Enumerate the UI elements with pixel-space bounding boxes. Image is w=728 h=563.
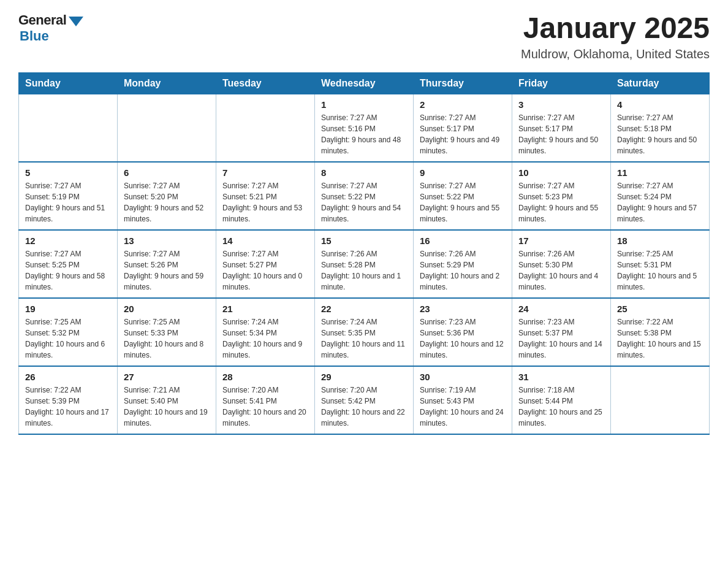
calendar-cell: 29Sunrise: 7:20 AM Sunset: 5:42 PM Dayli… [315, 366, 414, 434]
logo-triangle-icon [69, 17, 83, 26]
day-info: Sunrise: 7:27 AM Sunset: 5:27 PM Dayligh… [222, 248, 308, 293]
calendar-cell: 9Sunrise: 7:27 AM Sunset: 5:22 PM Daylig… [414, 162, 512, 230]
calendar-cell: 28Sunrise: 7:20 AM Sunset: 5:41 PM Dayli… [216, 366, 315, 434]
day-number: 14 [222, 236, 308, 246]
calendar-cell: 8Sunrise: 7:27 AM Sunset: 5:22 PM Daylig… [315, 162, 414, 230]
day-of-week-header: Sunday [19, 72, 118, 94]
calendar-week-row: 5Sunrise: 7:27 AM Sunset: 5:19 PM Daylig… [19, 162, 710, 230]
day-info: Sunrise: 7:21 AM Sunset: 5:40 PM Dayligh… [124, 385, 210, 429]
day-info: Sunrise: 7:24 AM Sunset: 5:34 PM Dayligh… [222, 316, 308, 361]
day-info: Sunrise: 7:27 AM Sunset: 5:22 PM Dayligh… [321, 180, 407, 224]
day-number: 22 [321, 304, 407, 314]
calendar-cell: 4Sunrise: 7:27 AM Sunset: 5:18 PM Daylig… [611, 94, 710, 162]
day-number: 9 [420, 167, 506, 178]
calendar-cell: 23Sunrise: 7:23 AM Sunset: 5:36 PM Dayli… [414, 298, 512, 366]
day-number: 5 [25, 167, 111, 178]
day-number: 25 [617, 304, 703, 314]
day-number: 30 [420, 372, 506, 382]
day-number: 29 [321, 372, 407, 382]
day-number: 4 [617, 99, 703, 110]
day-number: 2 [420, 99, 506, 110]
day-number: 19 [25, 304, 111, 314]
calendar-week-row: 1Sunrise: 7:27 AM Sunset: 5:16 PM Daylig… [19, 94, 710, 162]
day-info: Sunrise: 7:27 AM Sunset: 5:18 PM Dayligh… [617, 112, 703, 156]
calendar-cell: 13Sunrise: 7:27 AM Sunset: 5:26 PM Dayli… [118, 230, 216, 298]
calendar-week-row: 26Sunrise: 7:22 AM Sunset: 5:39 PM Dayli… [19, 366, 710, 434]
calendar-cell: 10Sunrise: 7:27 AM Sunset: 5:23 PM Dayli… [512, 162, 611, 230]
calendar-cell: 31Sunrise: 7:18 AM Sunset: 5:44 PM Dayli… [512, 366, 611, 434]
day-number: 10 [518, 167, 604, 178]
day-of-week-header: Wednesday [315, 72, 414, 94]
calendar-week-row: 12Sunrise: 7:27 AM Sunset: 5:25 PM Dayli… [19, 230, 710, 298]
calendar-cell [118, 94, 216, 162]
day-number: 13 [124, 236, 210, 246]
day-number: 6 [124, 167, 210, 178]
calendar-cell [19, 94, 118, 162]
calendar-cell: 21Sunrise: 7:24 AM Sunset: 5:34 PM Dayli… [216, 298, 315, 366]
day-info: Sunrise: 7:27 AM Sunset: 5:20 PM Dayligh… [124, 180, 210, 224]
day-of-week-header: Friday [512, 72, 611, 94]
calendar-cell: 2Sunrise: 7:27 AM Sunset: 5:17 PM Daylig… [414, 94, 512, 162]
calendar-cell: 15Sunrise: 7:26 AM Sunset: 5:28 PM Dayli… [315, 230, 414, 298]
day-of-week-header: Tuesday [216, 72, 315, 94]
day-info: Sunrise: 7:20 AM Sunset: 5:42 PM Dayligh… [321, 385, 407, 429]
day-info: Sunrise: 7:18 AM Sunset: 5:44 PM Dayligh… [518, 385, 604, 429]
day-number: 11 [617, 167, 703, 178]
day-number: 1 [321, 99, 407, 110]
page-header: General Blue January 2025 Muldrow, Oklah… [18, 12, 710, 61]
logo: General Blue [18, 12, 83, 44]
calendar-cell: 6Sunrise: 7:27 AM Sunset: 5:20 PM Daylig… [118, 162, 216, 230]
calendar-cell: 5Sunrise: 7:27 AM Sunset: 5:19 PM Daylig… [19, 162, 118, 230]
day-info: Sunrise: 7:27 AM Sunset: 5:16 PM Dayligh… [321, 112, 407, 156]
day-info: Sunrise: 7:27 AM Sunset: 5:26 PM Dayligh… [124, 248, 210, 293]
calendar-cell: 25Sunrise: 7:22 AM Sunset: 5:38 PM Dayli… [611, 298, 710, 366]
day-info: Sunrise: 7:27 AM Sunset: 5:19 PM Dayligh… [25, 180, 111, 224]
day-number: 31 [518, 372, 604, 382]
day-info: Sunrise: 7:20 AM Sunset: 5:41 PM Dayligh… [222, 385, 308, 429]
day-number: 28 [222, 372, 308, 382]
calendar-cell: 11Sunrise: 7:27 AM Sunset: 5:24 PM Dayli… [611, 162, 710, 230]
day-info: Sunrise: 7:26 AM Sunset: 5:30 PM Dayligh… [518, 248, 604, 293]
day-number: 17 [518, 236, 604, 246]
calendar-cell: 30Sunrise: 7:19 AM Sunset: 5:43 PM Dayli… [414, 366, 512, 434]
calendar-cell: 18Sunrise: 7:25 AM Sunset: 5:31 PM Dayli… [611, 230, 710, 298]
day-info: Sunrise: 7:23 AM Sunset: 5:36 PM Dayligh… [420, 316, 506, 361]
calendar-cell [611, 366, 710, 434]
day-info: Sunrise: 7:25 AM Sunset: 5:32 PM Dayligh… [25, 316, 111, 361]
day-info: Sunrise: 7:22 AM Sunset: 5:38 PM Dayligh… [617, 316, 703, 361]
calendar-cell: 22Sunrise: 7:24 AM Sunset: 5:35 PM Dayli… [315, 298, 414, 366]
calendar-cell: 20Sunrise: 7:25 AM Sunset: 5:33 PM Dayli… [118, 298, 216, 366]
calendar-cell: 19Sunrise: 7:25 AM Sunset: 5:32 PM Dayli… [19, 298, 118, 366]
logo-general-text: General [18, 12, 66, 28]
day-of-week-header: Thursday [414, 72, 512, 94]
day-info: Sunrise: 7:27 AM Sunset: 5:17 PM Dayligh… [518, 112, 604, 156]
day-number: 15 [321, 236, 407, 246]
day-info: Sunrise: 7:27 AM Sunset: 5:24 PM Dayligh… [617, 180, 703, 224]
calendar-week-row: 19Sunrise: 7:25 AM Sunset: 5:32 PM Dayli… [19, 298, 710, 366]
day-info: Sunrise: 7:27 AM Sunset: 5:22 PM Dayligh… [420, 180, 506, 224]
day-info: Sunrise: 7:22 AM Sunset: 5:39 PM Dayligh… [25, 385, 111, 429]
calendar-cell: 1Sunrise: 7:27 AM Sunset: 5:16 PM Daylig… [315, 94, 414, 162]
day-info: Sunrise: 7:25 AM Sunset: 5:31 PM Dayligh… [617, 248, 703, 293]
day-info: Sunrise: 7:27 AM Sunset: 5:21 PM Dayligh… [222, 180, 308, 224]
calendar-cell: 12Sunrise: 7:27 AM Sunset: 5:25 PM Dayli… [19, 230, 118, 298]
day-info: Sunrise: 7:23 AM Sunset: 5:37 PM Dayligh… [518, 316, 604, 361]
calendar-cell: 16Sunrise: 7:26 AM Sunset: 5:29 PM Dayli… [414, 230, 512, 298]
day-info: Sunrise: 7:27 AM Sunset: 5:23 PM Dayligh… [518, 180, 604, 224]
day-number: 7 [222, 167, 308, 178]
day-number: 8 [321, 167, 407, 178]
day-number: 24 [518, 304, 604, 314]
day-of-week-header: Saturday [611, 72, 710, 94]
day-number: 18 [617, 236, 703, 246]
day-info: Sunrise: 7:27 AM Sunset: 5:25 PM Dayligh… [25, 248, 111, 293]
day-number: 3 [518, 99, 604, 110]
calendar-cell: 14Sunrise: 7:27 AM Sunset: 5:27 PM Dayli… [216, 230, 315, 298]
day-info: Sunrise: 7:24 AM Sunset: 5:35 PM Dayligh… [321, 316, 407, 361]
calendar-cell: 3Sunrise: 7:27 AM Sunset: 5:17 PM Daylig… [512, 94, 611, 162]
title-block: January 2025 Muldrow, Oklahoma, United S… [521, 12, 710, 61]
calendar-cell: 17Sunrise: 7:26 AM Sunset: 5:30 PM Dayli… [512, 230, 611, 298]
logo-blue-text: Blue [20, 28, 49, 44]
day-number: 27 [124, 372, 210, 382]
day-number: 26 [25, 372, 111, 382]
day-number: 12 [25, 236, 111, 246]
